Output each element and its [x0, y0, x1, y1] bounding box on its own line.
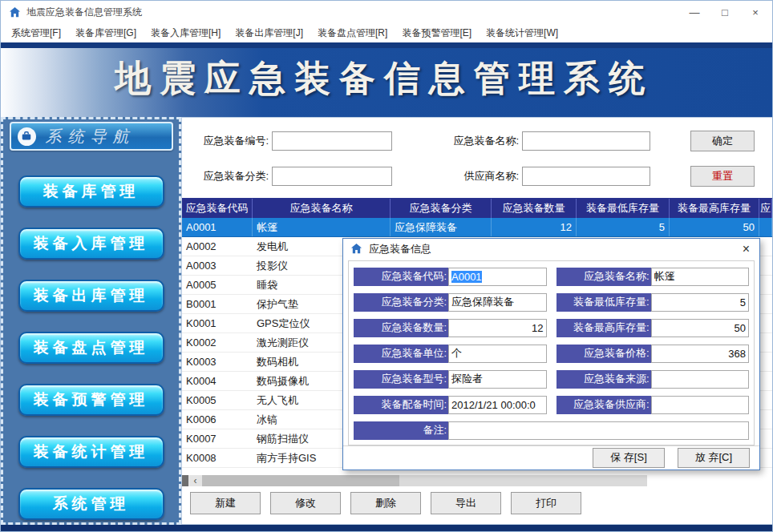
dialog-field-input[interactable]: 5	[651, 293, 750, 312]
dialog-field-row: 装备配备时间:2012/1/21 00:00:0应急装备供应商:	[354, 396, 749, 414]
dialog-field-input[interactable]	[651, 396, 750, 414]
maximize-button[interactable]: □	[710, 2, 740, 22]
dialog-field: 应急装备名称:帐篷	[556, 268, 750, 286]
horizontal-scrollbar[interactable]: ‹	[182, 475, 647, 486]
menu-item-4[interactable]: 装备盘点管理[R]	[310, 24, 395, 42]
cell-code: K0003	[182, 353, 253, 371]
dialog-field-label: 备注:	[354, 421, 448, 440]
dialog-title: 应急装备信息	[369, 242, 431, 256]
cell-code: K0006	[182, 410, 253, 429]
column-header-6[interactable]: 应	[759, 199, 772, 218]
column-header-3[interactable]: 应急装备数量	[492, 199, 577, 218]
column-header-1[interactable]: 应急装备名称	[253, 199, 391, 218]
dialog-field: 应急装备单位:个	[354, 345, 547, 363]
scroll-left-arrow-icon[interactable]: ‹	[188, 475, 202, 486]
dialog-field-input[interactable]: 探险者	[448, 370, 547, 389]
action-button-0[interactable]: 新建	[190, 492, 261, 514]
menu-item-5[interactable]: 装备预警管理[E]	[395, 24, 479, 42]
sidebar-item-4[interactable]: 装备预警管理	[18, 384, 164, 416]
briefcase-icon	[18, 127, 36, 146]
sidebar-item-6[interactable]: 系统管理	[18, 488, 164, 520]
dialog-field-input[interactable]: 12	[448, 319, 547, 337]
dialog-field-label: 应急装备价格:	[556, 345, 651, 363]
dialog-field: 应急装备型号:探险者	[354, 370, 547, 389]
search-form: 应急装备编号: 应急装备名称: 确定 应急装备分类: 供应商名称: 重置	[182, 118, 772, 198]
banner: 地震应急装备信息管理系统	[1, 42, 772, 117]
sidebar-item-0[interactable]: 装备库管理	[18, 175, 164, 208]
dialog-field-input[interactable]: 应急保障装备	[448, 293, 547, 312]
close-button[interactable]: ×	[740, 2, 771, 22]
dialog-field: 装备最低库存量:5	[556, 293, 750, 312]
search-label-code: 应急装备编号:	[200, 134, 269, 148]
sidebar: 系统导航 装备库管理装备入库管理装备出库管理装备盘点管理装备预警管理装备统计管理…	[1, 117, 181, 525]
cell-code: K0007	[182, 429, 253, 448]
scrollbar-track[interactable]	[399, 475, 647, 486]
selected-text: A0001	[451, 271, 482, 283]
dialog-field-input[interactable]: 2012/1/21 00:00:0	[448, 396, 547, 414]
menu-item-6[interactable]: 装备统计管理[W]	[479, 24, 565, 42]
search-input-code[interactable]	[272, 131, 392, 151]
sidebar-item-1[interactable]: 装备入库管理	[18, 228, 164, 260]
confirm-button[interactable]: 确定	[690, 131, 755, 151]
sidebar-item-2[interactable]: 装备出库管理	[18, 280, 164, 312]
menu-item-0[interactable]: 系统管理[F]	[4, 24, 68, 42]
dialog-field: 应急装备分类:应急保障装备	[354, 293, 547, 312]
column-header-2[interactable]: 应急装备分类	[391, 199, 492, 218]
dialog-field-row: 应急装备分类:应急保障装备装备最低库存量:5	[354, 293, 749, 312]
dialog-field-input[interactable]	[448, 421, 749, 440]
dialog-field-label: 应急装备型号:	[354, 370, 448, 389]
column-header-0[interactable]: 应急装备代码	[182, 199, 253, 218]
sidebar-item-5[interactable]: 装备统计管理	[18, 436, 164, 468]
action-button-1[interactable]: 修改	[270, 492, 341, 514]
action-button-3[interactable]: 导出	[431, 492, 501, 514]
cell-extra	[759, 295, 772, 313]
dialog-close-icon[interactable]: ×	[741, 242, 751, 256]
search-input-name[interactable]	[522, 131, 650, 151]
column-header-4[interactable]: 装备最低库存量	[577, 199, 670, 218]
dialog-field-input[interactable]	[651, 370, 750, 389]
sidebar-item-3[interactable]: 装备盘点管理	[18, 332, 164, 364]
cell-extra	[759, 276, 772, 294]
cell-code: B0001	[182, 295, 253, 313]
dialog-field-input[interactable]: 个	[448, 345, 547, 363]
sidebar-header-label: 系统导航	[46, 126, 136, 147]
cell-extra	[759, 391, 772, 409]
search-input-supplier[interactable]	[522, 167, 650, 186]
sidebar-nav: 装备库管理装备入库管理装备出库管理装备盘点管理装备预警管理装备统计管理系统管理	[18, 175, 164, 520]
search-row-2: 应急装备分类: 供应商名称: 重置	[200, 166, 772, 187]
cell-extra	[759, 256, 772, 275]
reset-button[interactable]: 重置	[690, 166, 755, 187]
cell-code: K0004	[182, 372, 253, 390]
cell-code: A0002	[182, 237, 253, 256]
dialog-field-input[interactable]: 368	[651, 345, 750, 363]
cancel-button[interactable]: 放 弃[C]	[678, 448, 750, 468]
search-input-category[interactable]	[272, 167, 392, 186]
menu-item-1[interactable]: 装备库管理[G]	[68, 24, 144, 42]
column-header-5[interactable]: 装备最高库存量	[670, 199, 759, 218]
banner-top-strip	[1, 42, 772, 48]
save-button[interactable]: 保 存[S]	[593, 448, 665, 468]
scrollbar-thumb[interactable]	[202, 475, 399, 486]
cell-name: 帐篷	[253, 218, 391, 236]
dialog-field: 应急装备价格:368	[556, 345, 750, 363]
minimize-button[interactable]: —	[679, 2, 710, 22]
dialog-field-input[interactable]: A0001	[448, 268, 547, 286]
action-button-4[interactable]: 打印	[511, 492, 581, 514]
home-icon	[350, 243, 362, 255]
dialog-field-label: 装备最高库存量:	[556, 319, 651, 337]
action-button-bar: 新建修改删除导出打印	[182, 486, 772, 514]
cell-code: A0001	[182, 218, 253, 236]
menu-item-3[interactable]: 装备出库管理[J]	[228, 24, 310, 42]
cell-extra	[759, 314, 772, 332]
action-button-2[interactable]: 删除	[350, 492, 421, 514]
menu-item-2[interactable]: 装备入库管理[H]	[144, 24, 228, 42]
dialog-field: 应急装备来源:	[556, 370, 750, 389]
dialog-field: 备注:	[354, 421, 749, 440]
dialog-field: 装备最高库存量:50	[556, 319, 750, 337]
dialog-field-input[interactable]: 帐篷	[651, 268, 750, 286]
table-row[interactable]: A0001帐篷应急保障装备12550	[182, 218, 772, 237]
cell-code: A0003	[182, 256, 253, 275]
dialog-field-row: 备注:	[354, 421, 749, 440]
dialog-field-input[interactable]: 50	[651, 319, 750, 337]
dialog-field: 应急装备代码:A0001	[354, 268, 547, 286]
